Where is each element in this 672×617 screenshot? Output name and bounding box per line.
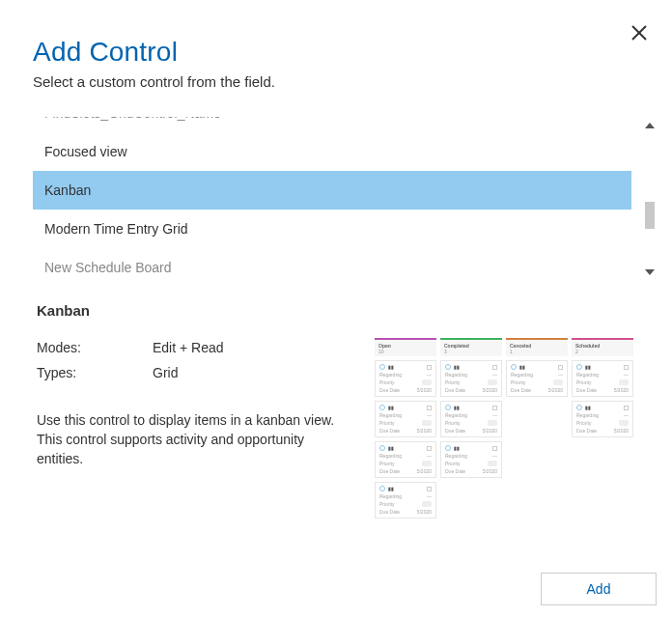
svg-marker-2: [645, 123, 655, 128]
scroll-down-arrow-icon[interactable]: [641, 264, 658, 281]
types-value: Grid: [153, 363, 178, 382]
preview-card: ▮▮Regarding—Priority Due Date5/2020: [506, 360, 568, 397]
preview-column-header: Completed3: [440, 338, 502, 356]
details-title: Kanban: [37, 302, 635, 319]
control-list: FindSlots_GridControl_NameFocused viewKa…: [33, 117, 631, 275]
preview-column-header: Open10: [375, 338, 436, 356]
preview-card: ▮▮Regarding—Priority Due Date5/2020: [375, 401, 436, 437]
scroll-track[interactable]: [641, 134, 658, 264]
preview-card: ▮▮Regarding—Priority Due Date5/2020: [375, 482, 436, 519]
control-list-item[interactable]: Kanban: [33, 171, 631, 210]
close-icon: [631, 25, 647, 41]
svg-marker-3: [645, 269, 655, 275]
control-list-item[interactable]: New Schedule Board: [33, 248, 631, 275]
dialog-title: Add Control: [33, 37, 639, 68]
preview-column: Completed3▮▮Regarding—Priority Due Date5…: [440, 338, 502, 519]
preview-card: ▮▮Regarding—Priority Due Date5/2020: [440, 401, 502, 437]
scrollbar[interactable]: [641, 117, 658, 281]
preview-card: ▮▮Regarding—Priority Due Date5/2020: [440, 441, 502, 478]
preview-card: ▮▮Regarding—Priority Due Date5/2020: [375, 441, 436, 478]
close-button[interactable]: [628, 21, 651, 44]
details-description: Use this control to display items in a k…: [37, 410, 346, 469]
scroll-up-arrow-icon[interactable]: [641, 117, 658, 134]
preview-card: ▮▮Regarding—Priority Due Date5/2020: [572, 401, 633, 437]
dialog-subtitle: Select a custom control from the field.: [33, 73, 639, 90]
types-label: Types:: [37, 363, 153, 382]
preview-column-header: Scheduled2: [572, 338, 633, 356]
add-button[interactable]: Add: [541, 573, 657, 605]
preview-card: ▮▮Regarding—Priority Due Date5/2020: [572, 360, 633, 397]
preview-card: ▮▮Regarding—Priority Due Date5/2020: [440, 360, 502, 397]
preview-column: Scheduled2▮▮Regarding—Priority Due Date5…: [572, 338, 633, 519]
control-list-item[interactable]: Modern Time Entry Grid: [33, 210, 631, 248]
modes-value: Edit + Read: [153, 338, 224, 357]
preview-column: Canceled1▮▮Regarding—Priority Due Date5/…: [506, 338, 568, 519]
modes-label: Modes:: [37, 338, 153, 357]
control-list-item[interactable]: Focused view: [33, 132, 631, 171]
preview-column-header: Canceled1: [506, 338, 568, 356]
scroll-thumb[interactable]: [645, 202, 655, 229]
preview-card: ▮▮Regarding—Priority Due Date5/2020: [375, 360, 436, 397]
preview-image: Open10▮▮Regarding—Priority Due Date5/202…: [375, 338, 633, 519]
preview-column: Open10▮▮Regarding—Priority Due Date5/202…: [375, 338, 436, 519]
control-list-item[interactable]: FindSlots_GridControl_Name: [33, 117, 631, 132]
